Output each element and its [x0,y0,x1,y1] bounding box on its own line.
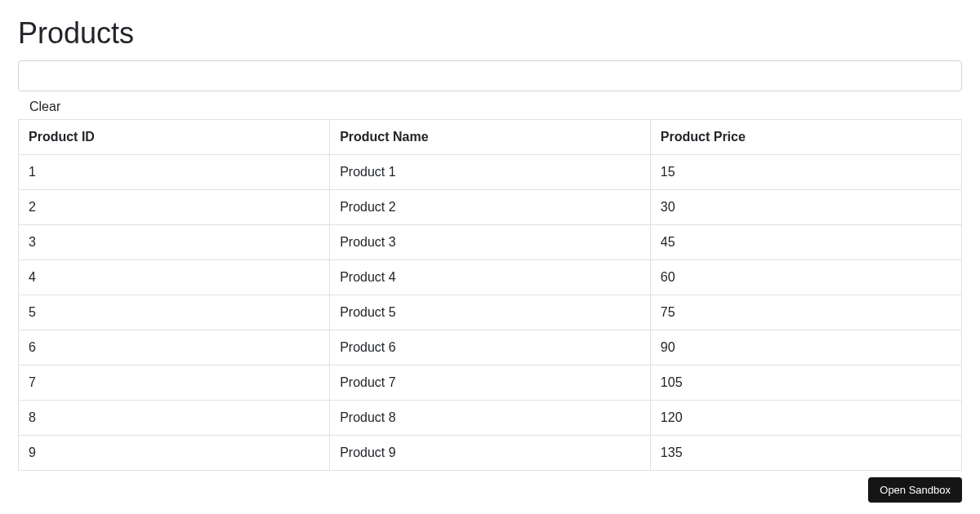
cell-price: 105 [650,366,961,401]
cell-id: 5 [19,295,330,330]
cell-price: 60 [650,260,961,295]
cell-price: 45 [650,225,961,260]
search-input[interactable] [18,60,962,91]
cell-name: Product 7 [330,366,651,401]
column-header-id: Product ID [19,120,330,155]
table-row: 1 Product 1 15 [19,155,962,190]
column-header-price: Product Price [650,120,961,155]
table-row: 8 Product 8 120 [19,401,962,436]
table-row: 9 Product 9 135 [19,436,962,471]
products-table: Product ID Product Name Product Price 1 … [18,119,962,471]
cell-id: 4 [19,260,330,295]
cell-name: Product 9 [330,436,651,471]
cell-name: Product 8 [330,401,651,436]
cell-price: 15 [650,155,961,190]
cell-price: 135 [650,436,961,471]
cell-id: 2 [19,190,330,225]
table-header-row: Product ID Product Name Product Price [19,120,962,155]
cell-name: Product 4 [330,260,651,295]
table-row: 4 Product 4 60 [19,260,962,295]
table-row: 3 Product 3 45 [19,225,962,260]
clear-button[interactable]: Clear [29,100,60,114]
cell-name: Product 2 [330,190,651,225]
cell-id: 8 [19,401,330,436]
cell-id: 3 [19,225,330,260]
cell-name: Product 5 [330,295,651,330]
page-title: Products [18,16,962,51]
cell-id: 7 [19,366,330,401]
cell-price: 90 [650,330,961,366]
cell-price: 120 [650,401,961,436]
table-row: 6 Product 6 90 [19,330,962,366]
table-row: 7 Product 7 105 [19,366,962,401]
column-header-name: Product Name [330,120,651,155]
cell-name: Product 6 [330,330,651,366]
cell-id: 6 [19,330,330,366]
cell-price: 75 [650,295,961,330]
cell-name: Product 3 [330,225,651,260]
table-row: 5 Product 5 75 [19,295,962,330]
table-row: 2 Product 2 30 [19,190,962,225]
cell-price: 30 [650,190,961,225]
cell-id: 1 [19,155,330,190]
cell-name: Product 1 [330,155,651,190]
cell-id: 9 [19,436,330,471]
